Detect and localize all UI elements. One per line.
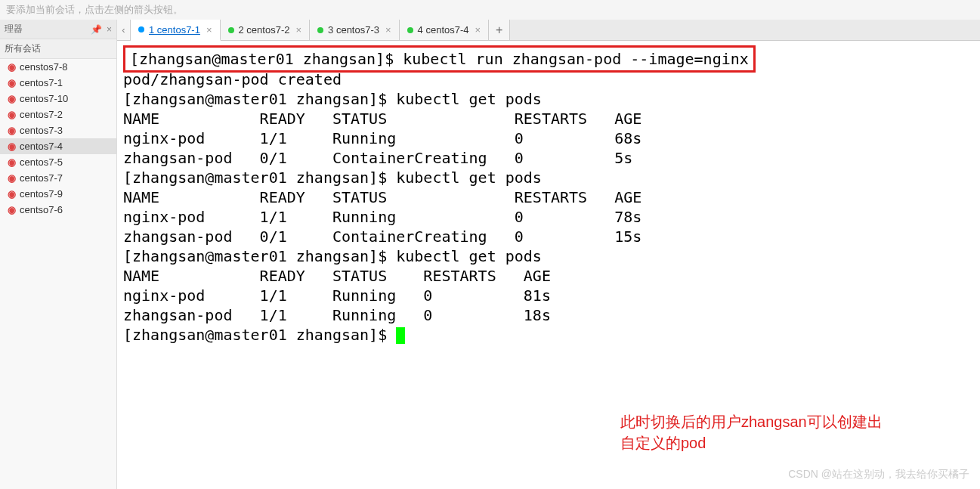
highlighted-command: [zhangsan@master01 zhangsan]$ kubectl ru… [123,45,756,73]
tab-status-dot-icon [228,27,234,33]
cursor-icon [396,327,405,344]
pin-icon[interactable]: 📌 [91,24,102,35]
sidebar-header: 理器 📌 × [0,20,116,39]
session-icon: ◉ [6,62,17,73]
session-item[interactable]: ◉centos7-7 [0,170,116,186]
session-item-label: centos7-3 [20,125,63,136]
tab-close-icon[interactable]: × [475,24,481,36]
tab-label: 2 centos7-2 [239,24,290,36]
session-item-label: censtos7-8 [20,61,68,73]
session-item-label: centso7-6 [20,204,63,215]
tab[interactable]: 1 centos7-1× [131,20,221,41]
sidebar-close-icon[interactable]: × [107,24,112,35]
session-item-label: centos7-2 [20,109,63,120]
session-icon: ◉ [6,94,17,104]
tab-label: 4 centos7-4 [418,24,469,36]
tab-label: 3 centos7-3 [328,24,379,36]
watermark-text: CSDN @站在这别动，我去给你买橘子 [788,468,969,481]
new-tab-button[interactable]: + [489,20,510,40]
session-icon: ◉ [6,173,17,184]
session-sidebar: 理器 📌 × 所有会话 ◉censtos7-8◉centos7-1◉centos… [0,20,117,489]
tab-close-icon[interactable]: × [206,24,212,36]
session-item[interactable]: ◉centos7-10 [0,91,116,107]
session-icon: ◉ [6,189,17,200]
session-icon: ◉ [6,141,17,152]
tab[interactable]: 2 centos7-2× [221,20,311,40]
tab-status-dot-icon [138,26,144,32]
session-icon: ◉ [6,125,17,136]
tab-status-dot-icon [407,27,413,33]
session-item[interactable]: ◉centos7-2 [0,107,116,122]
session-item-label: centos7-4 [20,141,63,152]
session-icon: ◉ [6,157,17,168]
tab-scroll-left-icon[interactable]: ‹ [117,20,131,40]
terminal-output[interactable]: [zhangsan@master01 zhangsan]$ kubectl ru… [117,41,980,489]
session-list: ◉censtos7-8◉centos7-1◉centos7-10◉centos7… [0,59,116,218]
session-item[interactable]: ◉censtos7-8 [0,59,116,75]
tab[interactable]: 4 centos7-4× [400,20,490,40]
session-item-label: centos7-5 [20,156,63,168]
session-icon: ◉ [6,205,17,215]
session-icon: ◉ [6,110,17,120]
session-item-label: centos7-10 [20,93,68,104]
all-sessions-label[interactable]: 所有会话 [0,39,116,59]
tab-close-icon[interactable]: × [385,24,391,36]
session-item[interactable]: ◉centos7-3 [0,122,116,138]
terminal-lines: pod/zhangsan-pod created [zhangsan@maste… [123,70,641,324]
top-hint-text: 要添加当前会话，点击左侧的箭头按钮。 [0,0,980,20]
session-item[interactable]: ◉centos7-4 [0,138,116,154]
session-item-label: centos7-7 [20,172,63,184]
tab-close-icon[interactable]: × [295,24,301,36]
terminal-prompt: [zhangsan@master01 zhangsan]$ [123,326,396,344]
session-icon: ◉ [6,78,17,88]
session-item[interactable]: ◉centos7-5 [0,154,116,170]
annotation-text: 此时切换后的用户zhangsan可以创建出自定义的pod [620,411,923,453]
session-item[interactable]: ◉centos7-9 [0,186,116,202]
session-item-label: centos7-1 [20,77,63,88]
tab-bar: ‹ 1 centos7-1×2 centos7-2×3 centos7-3×4 … [117,20,980,41]
session-item[interactable]: ◉centos7-1 [0,75,116,91]
tab-label: 1 centos7-1 [149,24,200,36]
tab-status-dot-icon [317,27,323,33]
tab[interactable]: 3 centos7-3× [310,20,400,40]
sidebar-title: 理器 [5,23,23,36]
session-item[interactable]: ◉centso7-6 [0,202,116,218]
session-item-label: centos7-9 [20,188,63,200]
